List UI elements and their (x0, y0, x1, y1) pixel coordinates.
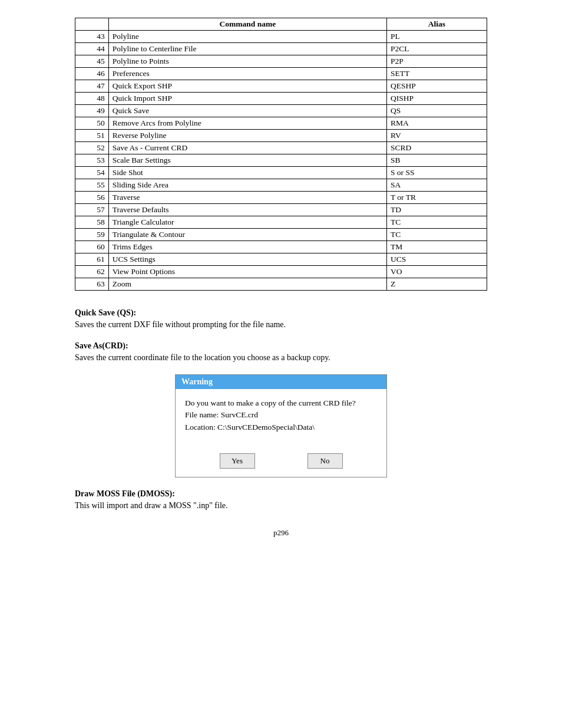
table-row: 50 Remove Arcs from Polyline RMA (75, 117, 487, 130)
row-command: UCS Settings (108, 253, 386, 266)
row-alias: SA (386, 179, 487, 192)
quick-save-section: Quick Save (QS): Saves the current DXF f… (75, 308, 487, 330)
row-num: 60 (75, 241, 109, 253)
warning-title-bar: Warning (176, 375, 386, 389)
warning-dialog: Warning Do you want to make a copy of th… (175, 374, 387, 477)
table-row: 58 Triangle Calculator TC (75, 216, 487, 229)
row-command: Quick Save (108, 105, 386, 117)
table-row: 62 View Point Options VO (75, 266, 487, 278)
table-row: 48 Quick Import SHP QISHP (75, 93, 487, 105)
row-num: 62 (75, 266, 109, 278)
table-row: 55 Sliding Side Area SA (75, 179, 487, 192)
table-row: 45 Polyline to Points P2P (75, 55, 487, 68)
no-button[interactable]: No (308, 453, 343, 469)
row-num: 59 (75, 229, 109, 241)
save-as-title: Save As(CRD): (75, 341, 487, 351)
row-num: 43 (75, 31, 109, 43)
yes-button[interactable]: Yes (220, 453, 255, 469)
row-num: 48 (75, 93, 109, 105)
row-num: 63 (75, 278, 109, 291)
row-alias: QESHP (386, 80, 487, 93)
warning-message: Do you want to make a copy of the curren… (185, 397, 377, 433)
row-alias: QISHP (386, 93, 487, 105)
row-num: 52 (75, 142, 109, 154)
table-row: 52 Save As - Current CRD SCRD (75, 142, 487, 154)
row-num: 61 (75, 253, 109, 266)
row-alias: RV (386, 130, 487, 142)
row-command: Polyline (108, 31, 386, 43)
row-alias: SCRD (386, 142, 487, 154)
warning-buttons: Yes No (176, 449, 386, 477)
row-command: View Point Options (108, 266, 386, 278)
table-row: 51 Reverse Polyline RV (75, 130, 487, 142)
row-command: Quick Import SHP (108, 93, 386, 105)
row-num: 46 (75, 68, 109, 80)
table-row: 59 Triangulate & Contour TC (75, 229, 487, 241)
row-alias: RMA (386, 117, 487, 130)
row-command: Scale Bar Settings (108, 154, 386, 167)
row-num: 47 (75, 80, 109, 93)
page-container: Command name Alias 43 Polyline PL 44 Pol… (75, 18, 487, 538)
row-command: Preferences (108, 68, 386, 80)
table-row: 56 Traverse T or TR (75, 192, 487, 204)
row-alias: QS (386, 105, 487, 117)
row-command: Polyline to Centerline File (108, 43, 386, 55)
table-row: 61 UCS Settings UCS (75, 253, 487, 266)
col-num-header (75, 18, 109, 31)
table-row: 46 Preferences SETT (75, 68, 487, 80)
row-alias: SB (386, 154, 487, 167)
row-command: Trims Edges (108, 241, 386, 253)
row-alias: S or SS (386, 167, 487, 179)
row-alias: P2CL (386, 43, 487, 55)
row-alias: VO (386, 266, 487, 278)
row-num: 53 (75, 154, 109, 167)
row-alias: PL (386, 31, 487, 43)
row-num: 49 (75, 105, 109, 117)
row-command: Quick Export SHP (108, 80, 386, 93)
row-num: 56 (75, 192, 109, 204)
row-command: Triangulate & Contour (108, 229, 386, 241)
row-alias: SETT (386, 68, 487, 80)
row-command: Save As - Current CRD (108, 142, 386, 154)
table-row: 43 Polyline PL (75, 31, 487, 43)
table-row: 54 Side Shot S or SS (75, 167, 487, 179)
table-row: 53 Scale Bar Settings SB (75, 154, 487, 167)
quick-save-title: Quick Save (QS): (75, 308, 487, 318)
save-as-section: Save As(CRD): Saves the current coordina… (75, 341, 487, 363)
command-table: Command name Alias 43 Polyline PL 44 Pol… (75, 18, 487, 291)
col-command-header: Command name (108, 18, 386, 31)
row-command: Side Shot (108, 167, 386, 179)
row-num: 58 (75, 216, 109, 229)
row-command: Traverse Defaults (108, 204, 386, 216)
row-command: Polyline to Points (108, 55, 386, 68)
row-alias: TC (386, 216, 487, 229)
row-command: Zoom (108, 278, 386, 291)
row-alias: T or TR (386, 192, 487, 204)
row-alias: TD (386, 204, 487, 216)
quick-save-body: Saves the current DXF file without promp… (75, 320, 487, 330)
row-command: Sliding Side Area (108, 179, 386, 192)
row-alias: TM (386, 241, 487, 253)
row-alias: Z (386, 278, 487, 291)
warning-body: Do you want to make a copy of the curren… (176, 389, 386, 449)
save-as-body: Saves the current coordinate file to the… (75, 353, 487, 363)
draw-moss-body: This will import and draw a MOSS ".inp" … (75, 501, 487, 510)
row-num: 45 (75, 55, 109, 68)
draw-moss-section: Draw MOSS File (DMOSS): This will import… (75, 489, 487, 510)
row-command: Triangle Calculator (108, 216, 386, 229)
row-command: Traverse (108, 192, 386, 204)
row-num: 50 (75, 117, 109, 130)
col-alias-header: Alias (386, 18, 487, 31)
row-num: 44 (75, 43, 109, 55)
table-row: 49 Quick Save QS (75, 105, 487, 117)
table-row: 44 Polyline to Centerline File P2CL (75, 43, 487, 55)
row-alias: P2P (386, 55, 487, 68)
table-row: 63 Zoom Z (75, 278, 487, 291)
row-num: 54 (75, 167, 109, 179)
row-num: 57 (75, 204, 109, 216)
row-alias: UCS (386, 253, 487, 266)
table-row: 57 Traverse Defaults TD (75, 204, 487, 216)
row-command: Remove Arcs from Polyline (108, 117, 386, 130)
table-row: 60 Trims Edges TM (75, 241, 487, 253)
draw-moss-title: Draw MOSS File (DMOSS): (75, 489, 487, 499)
